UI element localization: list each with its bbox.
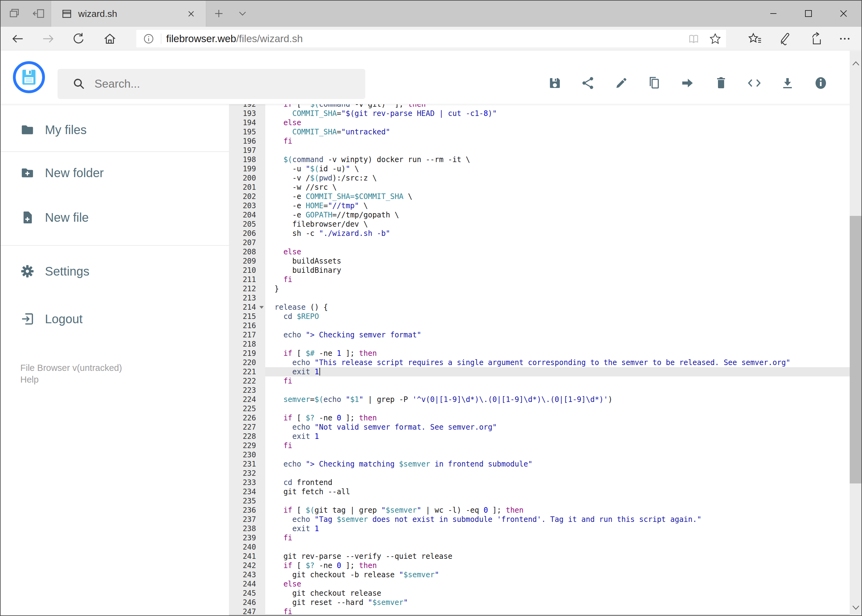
code-line: 212}: [229, 284, 850, 293]
line-number: 221: [229, 367, 265, 376]
editor-horizontal-scrollbar[interactable]: [229, 614, 850, 616]
maximize-button[interactable]: [800, 5, 817, 22]
line-number: 204: [229, 211, 265, 220]
line-number: 231: [229, 459, 265, 469]
tab-preview-icon[interactable]: [7, 6, 22, 21]
code-text: [265, 339, 850, 349]
code-text: [265, 404, 850, 413]
code-text: buildAssets: [265, 256, 850, 266]
line-number: 217: [229, 330, 265, 339]
copy-icon[interactable]: [638, 74, 671, 92]
hub-favorites-icon[interactable]: [747, 31, 763, 46]
refresh-icon[interactable]: [71, 31, 86, 46]
line-number: 192: [229, 104, 265, 109]
minimize-button[interactable]: [765, 5, 782, 22]
code-text: if [ $(git tag | grep "$semver" | wc -l)…: [265, 506, 850, 515]
code-line: 225: [229, 404, 850, 413]
line-number: 222: [229, 376, 265, 386]
line-number: 242: [229, 561, 265, 570]
code-editor[interactable]: 192 if [ "$(command -v git)" ]; then193 …: [229, 104, 850, 616]
code-text: else: [265, 118, 850, 127]
download-icon[interactable]: [771, 74, 804, 92]
move-icon[interactable]: [671, 74, 704, 92]
filebrowser-logo[interactable]: [13, 61, 45, 93]
code-icon[interactable]: [738, 74, 771, 92]
line-number: 206: [229, 229, 265, 238]
forward-icon[interactable]: [41, 31, 56, 46]
code-text: release () {: [265, 303, 850, 312]
help-link[interactable]: Help: [20, 374, 39, 385]
code-text: [265, 238, 850, 247]
line-number: 226: [229, 413, 265, 423]
more-options-icon[interactable]: [837, 31, 853, 46]
code-text: if [ $# -ne 1 ]; then: [265, 349, 850, 358]
code-line: 242 if [ $? -ne 0 ]; then: [229, 561, 850, 570]
sidebar: My files New folder New file Settings: [1, 104, 229, 616]
delete-icon[interactable]: [704, 74, 738, 92]
code-text: -e GOPATH=//tmp/gopath \: [265, 211, 850, 220]
sidebar-item-label: Logout: [45, 312, 82, 326]
code-line: 207: [229, 238, 850, 247]
sidebar-item-logout[interactable]: Logout: [1, 305, 229, 333]
favorite-star-icon[interactable]: [704, 32, 726, 45]
line-number: 193: [229, 109, 265, 118]
address-bar[interactable]: filebrowser.web/files/wizard.sh: [136, 30, 726, 47]
line-number: 218: [229, 339, 265, 349]
line-number: 215: [229, 312, 265, 321]
code-line: 203 -e HOME="//tmp" \: [229, 201, 850, 211]
save-icon[interactable]: [538, 74, 572, 92]
code-text: [265, 497, 850, 506]
line-number: 232: [229, 469, 265, 478]
new-tab-button[interactable]: [211, 6, 226, 21]
code-line: 241 git rev-parse --verify --quiet relea…: [229, 552, 850, 561]
sidebar-item-my-files[interactable]: My files: [1, 116, 229, 144]
share-page-icon[interactable]: [807, 31, 823, 46]
scrollbar-thumb[interactable]: [850, 216, 862, 484]
fold-toggle-icon[interactable]: [259, 306, 264, 309]
sidebar-divider: [1, 151, 229, 152]
code-text: exit 1: [265, 432, 850, 441]
page-scrollbar[interactable]: [850, 51, 862, 616]
share-icon[interactable]: [572, 74, 605, 92]
line-number: 200: [229, 173, 265, 183]
code-line: 243 git checkout -b release "$semver": [229, 570, 850, 580]
info-icon[interactable]: [804, 74, 837, 92]
sidebar-item-settings[interactable]: Settings: [1, 258, 229, 285]
code-line: 224 semver=$(echo "$1" | grep -P '^v(0|[…: [229, 395, 850, 404]
scroll-up-icon[interactable]: [850, 57, 862, 71]
web-note-pen-icon[interactable]: [777, 31, 792, 46]
tab-close-icon[interactable]: [184, 7, 198, 20]
code-text: [265, 321, 850, 330]
tab-list-dropdown-icon[interactable]: [235, 6, 250, 21]
back-icon[interactable]: [10, 31, 25, 46]
line-number: 202: [229, 192, 265, 201]
line-number: 199: [229, 164, 265, 173]
code-text: buildBinary: [265, 266, 850, 275]
create-new-folder-icon: [20, 166, 35, 180]
line-number: 237: [229, 515, 265, 524]
code-line: 200 -v /$(pwd):/src:z \: [229, 173, 850, 183]
scroll-down-icon[interactable]: [850, 600, 862, 614]
site-info-icon[interactable]: [136, 33, 161, 44]
code-text: [265, 146, 850, 155]
browser-tab[interactable]: wizard.sh: [51, 1, 206, 27]
code-text: git reset --hard "$semver": [265, 598, 850, 607]
sidebar-item-new-file[interactable]: New file: [1, 204, 229, 231]
code-line: 209 buildAssets: [229, 256, 850, 266]
file-toolbar: [538, 74, 837, 92]
code-line: 195 COMMIT_SHA="untracked": [229, 127, 850, 137]
code-text: cd $REPO: [265, 312, 850, 321]
edit-icon[interactable]: [605, 74, 638, 92]
code-text: -e HOME="//tmp" \: [265, 201, 850, 211]
code-text: [265, 450, 850, 459]
search-input[interactable]: [94, 77, 340, 91]
code-line: 227 echo "Not valid semver format. See s…: [229, 423, 850, 432]
tabs-aside-icon[interactable]: [32, 6, 46, 21]
sidebar-item-new-folder[interactable]: New folder: [1, 159, 229, 187]
reading-view-icon[interactable]: [683, 33, 704, 45]
url-host: filebrowser.web: [166, 33, 236, 44]
home-icon[interactable]: [102, 31, 118, 46]
code-line: 229 fi: [229, 441, 850, 450]
search-box[interactable]: [58, 69, 365, 99]
close-button[interactable]: [835, 5, 852, 22]
